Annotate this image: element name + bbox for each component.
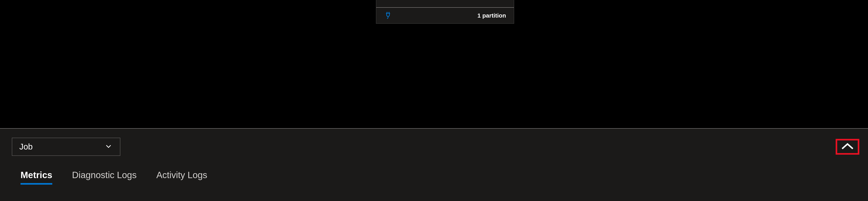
dropdown-selected-label: Job: [19, 142, 33, 152]
node-body: Output events (sum): 3543 Watermark dela…: [376, 0, 514, 7]
partition-count: 1 partition: [477, 12, 506, 19]
scope-dropdown[interactable]: Job: [12, 138, 120, 156]
bottom-top-row: Job: [0, 129, 868, 156]
expand-panel-button[interactable]: [836, 139, 859, 155]
tab-diagnostic-logs[interactable]: Diagnostic Logs: [72, 170, 136, 185]
plug-icon: [384, 11, 392, 20]
tab-metrics[interactable]: Metrics: [21, 170, 52, 185]
chevron-down-icon: [104, 142, 113, 152]
chevron-up-icon: [840, 142, 855, 152]
tabs-bar: Metrics Diagnostic Logs Activity Logs: [0, 156, 868, 185]
diagram-canvas[interactable]: Output events (sum): 3543 Watermark dela…: [0, 0, 868, 128]
node-footer: 1 partition: [376, 7, 514, 24]
tab-activity-logs[interactable]: Activity Logs: [156, 170, 207, 185]
bottom-panel: Job Metrics Diagnostic Logs Activity Log…: [0, 129, 868, 201]
job-node-card[interactable]: Output events (sum): 3543 Watermark dela…: [376, 0, 514, 24]
